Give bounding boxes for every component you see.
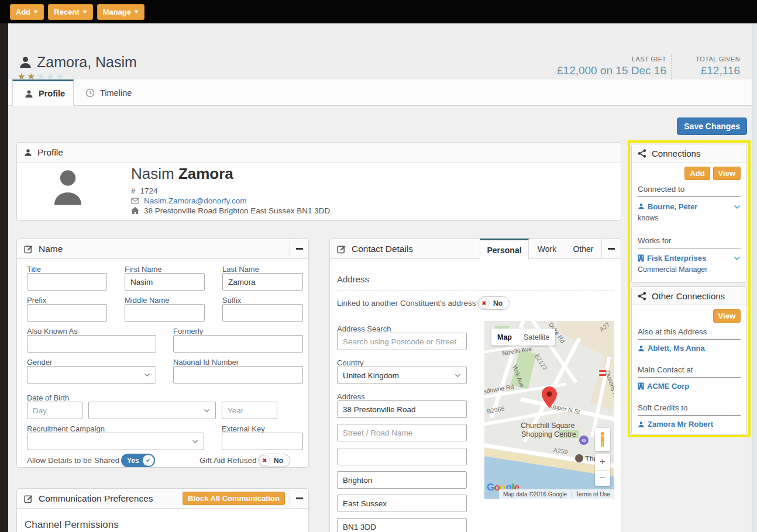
edit-pencil-icon bbox=[24, 244, 33, 254]
poi-icon[interactable] bbox=[575, 454, 583, 462]
town-input[interactable] bbox=[337, 471, 467, 489]
connection-link[interactable]: Bourne, Peter bbox=[648, 202, 697, 211]
gender-select[interactable] bbox=[27, 366, 156, 384]
chevron-down-icon[interactable] bbox=[734, 201, 741, 212]
edit-pencil-icon bbox=[337, 244, 346, 254]
edit-pencil-icon bbox=[24, 494, 33, 503]
communication-preferences-panel: Communication Preferences Block All Comm… bbox=[16, 488, 309, 532]
dob-year-field[interactable] bbox=[222, 402, 277, 419]
connection-group-heading: Also at this Address bbox=[638, 327, 741, 340]
manage-menu-button[interactable]: Manage bbox=[97, 4, 144, 20]
chevron-down-icon bbox=[192, 440, 198, 444]
connection-link[interactable]: Fisk Enterprises bbox=[647, 254, 706, 262]
add-connection-button[interactable]: Add bbox=[684, 167, 710, 180]
caret-down-icon bbox=[82, 11, 87, 13]
map-pin-icon[interactable] bbox=[542, 386, 557, 410]
national-id-field[interactable] bbox=[173, 366, 303, 384]
formerly-field[interactable] bbox=[173, 335, 303, 353]
block-all-communication-button[interactable]: Block All Communication bbox=[183, 492, 285, 505]
dob-month-select[interactable] bbox=[88, 402, 216, 419]
collapse-panel-button[interactable] bbox=[601, 239, 621, 259]
other-connections-panel: Other Connections View Also at this Addr… bbox=[631, 286, 747, 435]
middle-name-field[interactable] bbox=[125, 304, 205, 322]
toggle-knob: ✖ bbox=[259, 455, 270, 466]
tab-personal[interactable]: Personal bbox=[480, 239, 529, 260]
chevron-down-icon bbox=[144, 373, 150, 377]
first-name-field[interactable] bbox=[125, 273, 205, 291]
rail-station-icon bbox=[599, 370, 606, 376]
connection-row: Bourne, Peter bbox=[638, 201, 741, 212]
add-menu-label: Add bbox=[16, 8, 30, 16]
also-known-as-field[interactable] bbox=[27, 335, 156, 353]
terms-of-use-link[interactable]: Terms of Use bbox=[571, 491, 614, 498]
google-map[interactable]: Dyke Rd A27 Davigdor Rd Nizells Ave B212… bbox=[484, 321, 614, 499]
connection-link[interactable]: Zamora Mr Robert bbox=[648, 420, 713, 429]
satellite-button[interactable]: Satellite bbox=[518, 333, 555, 341]
external-key-field[interactable] bbox=[222, 433, 303, 450]
suffix-label: Suffix bbox=[222, 296, 241, 305]
last-name-field[interactable] bbox=[222, 273, 303, 291]
connections-header: Connections bbox=[632, 144, 746, 163]
street-name-input[interactable] bbox=[337, 424, 467, 441]
address-label: Address bbox=[337, 392, 365, 401]
chevron-down-icon[interactable] bbox=[734, 253, 741, 263]
toggle-no-label: No bbox=[493, 299, 503, 308]
recent-menu-button[interactable]: Recent bbox=[48, 4, 92, 20]
tab-other[interactable]: Other bbox=[565, 239, 601, 259]
tab-profile[interactable]: Profile bbox=[12, 80, 74, 106]
title-label: Title bbox=[27, 265, 41, 274]
cross-icon: ✖ bbox=[262, 457, 267, 464]
toggle-no-label: No bbox=[274, 457, 283, 465]
recruitment-campaign-select[interactable] bbox=[27, 433, 204, 450]
address-line3-input[interactable] bbox=[337, 448, 467, 465]
add-menu-button[interactable]: Add bbox=[10, 4, 44, 20]
tab-work[interactable]: Work bbox=[529, 239, 565, 259]
person-icon bbox=[25, 89, 33, 98]
collapse-panel-button[interactable] bbox=[290, 489, 308, 508]
zoom-out-button[interactable]: − bbox=[595, 471, 610, 486]
gift-aid-refused-toggle[interactable]: ✖ No bbox=[258, 454, 290, 467]
prefix-field[interactable] bbox=[27, 304, 107, 322]
country-label: Country bbox=[337, 358, 364, 367]
suffix-field[interactable] bbox=[222, 304, 303, 322]
country-select[interactable]: United Kingdom bbox=[337, 367, 467, 384]
recent-menu-label: Recent bbox=[54, 8, 79, 16]
collapse-panel-button[interactable] bbox=[290, 239, 308, 258]
linked-address-toggle[interactable]: ✖ No bbox=[477, 296, 510, 310]
constituent-display-name: Nasim Zamora bbox=[131, 165, 233, 183]
shopping-poi-icon[interactable]: ⛀ bbox=[579, 436, 589, 445]
name-panel-header: Name bbox=[17, 239, 308, 259]
cross-icon: ✖ bbox=[481, 300, 486, 306]
view-connections-button[interactable]: View bbox=[713, 167, 741, 180]
zoom-in-button[interactable]: + bbox=[595, 454, 610, 471]
total-given-label: TOTAL GIVEN bbox=[696, 56, 740, 63]
profile-panel-header: Profile bbox=[17, 143, 621, 163]
comm-panel-header: Communication Preferences Block All Comm… bbox=[17, 489, 308, 509]
save-changes-button[interactable]: Save Changes bbox=[677, 118, 747, 135]
left-frame-strip bbox=[0, 23, 8, 532]
person-icon bbox=[638, 421, 645, 428]
formerly-label: Formerly bbox=[173, 327, 203, 336]
map-data-credit: Map data ©2016 Google bbox=[499, 491, 571, 498]
address-search-input[interactable] bbox=[337, 333, 467, 350]
map-button[interactable]: Map bbox=[491, 333, 518, 341]
tab-timeline[interactable]: Timeline bbox=[74, 80, 143, 106]
dob-label: Date of Birth bbox=[27, 393, 69, 402]
connection-link[interactable]: ACME Corp bbox=[647, 382, 689, 391]
county-input[interactable] bbox=[337, 495, 467, 512]
connections-panel: Connections Add View Connected to Bourne… bbox=[631, 144, 747, 283]
scrollbar-track[interactable] bbox=[752, 23, 757, 532]
top-nav-bar: Add Recent Manage bbox=[0, 0, 757, 23]
address-line1-input[interactable] bbox=[337, 400, 467, 418]
title-field[interactable] bbox=[27, 273, 107, 291]
view-other-connections-button[interactable]: View bbox=[713, 309, 741, 323]
dob-day-field[interactable] bbox=[27, 402, 82, 419]
email-link[interactable]: Nasim.Zamora@donorfy.com bbox=[144, 196, 247, 205]
allow-details-toggle[interactable]: Yes ✔ bbox=[121, 454, 155, 467]
person-icon bbox=[638, 203, 645, 210]
pegman-control[interactable] bbox=[595, 428, 610, 451]
connection-link[interactable]: Ablett, Ms Anna bbox=[648, 344, 705, 353]
postcode-input[interactable] bbox=[337, 518, 467, 532]
total-given-block: TOTAL GIVEN £12,116 bbox=[696, 56, 740, 77]
gift-aid-refused-label: Gift Aid Refused bbox=[199, 456, 257, 465]
